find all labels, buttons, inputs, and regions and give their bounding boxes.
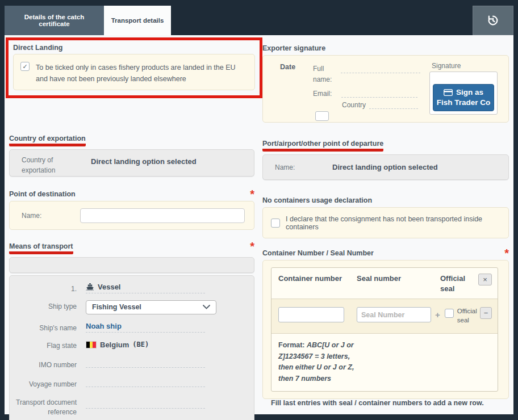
imo-number-label: IMO number — [10, 359, 77, 370]
close-icon: × — [483, 275, 487, 284]
email-label: Email: — [313, 90, 332, 98]
required-asterisk: * — [250, 190, 254, 198]
left-column: Direct Landing ✓ To be ticked only in ca… — [9, 37, 254, 414]
credit-card-icon — [444, 89, 453, 96]
vessel-details-panel: 1. Vessel — [9, 275, 254, 420]
transport-type-bar — [9, 257, 254, 273]
vessel-label: Vessel — [98, 283, 121, 291]
official-seal-checkbox-label: Official seal — [457, 307, 480, 325]
transport-document-label: Transport document reference — [10, 396, 77, 417]
ship-icon — [86, 283, 94, 291]
container-seal-section: Container Number / Seal Number * Contain… — [262, 249, 509, 399]
port-name-label: Name: — [275, 163, 332, 171]
required-asterisk: * — [250, 242, 254, 250]
port-of-departure-section: Port/airport/other point of departure Na… — [262, 140, 509, 180]
full-name-field[interactable] — [341, 65, 420, 73]
sign-as-button[interactable]: Sign as Fish Trader Co — [433, 84, 494, 111]
seal-number-column-header: Seal number — [357, 274, 440, 294]
container-seal-input-row: + Official seal − — [271, 299, 498, 334]
country-field[interactable] — [369, 102, 418, 109]
tab-catch-certificate-details[interactable]: Details of the catch certificate — [5, 6, 104, 35]
direct-landing-checkbox[interactable]: ✓ — [20, 62, 30, 71]
container-seal-table: Container number Seal number Official se… — [271, 267, 498, 392]
close-table-button[interactable]: × — [478, 274, 492, 285]
imo-number-field[interactable] — [86, 359, 205, 368]
sign-button-line1: Sign as — [456, 87, 483, 98]
vessel-index: 1. — [10, 283, 77, 294]
signature-box: Sign as Fish Trader Co — [429, 72, 498, 115]
no-containers-checkbox[interactable] — [271, 219, 280, 228]
destination-name-input[interactable] — [80, 208, 245, 223]
direct-landing-checkbox-label: To be ticked only in cases fishery produ… — [36, 62, 248, 82]
remove-row-button[interactable]: − — [480, 307, 492, 319]
country-of-exportation-title: Country of exportation — [9, 135, 254, 146]
direct-landing-panel: ✓ To be ticked only in cases fishery pro… — [13, 54, 255, 90]
no-containers-panel: I declare that the consignment has not b… — [262, 207, 509, 238]
add-seal-plus-icon[interactable]: + — [435, 310, 440, 320]
voyage-number-field[interactable] — [86, 378, 205, 387]
country-of-exportation-section: Country of exportation Country of export… — [9, 135, 254, 177]
container-seal-title: Container Number / Seal Number — [262, 249, 374, 257]
no-containers-section: No containers usage declaration I declar… — [262, 196, 509, 238]
chevron-down-icon — [203, 305, 210, 309]
container-seal-header-row: Container number Seal number Official se… — [271, 268, 498, 299]
date-field[interactable] — [315, 111, 329, 121]
no-containers-title: No containers usage declaration — [262, 196, 509, 204]
transport-document-field[interactable] — [86, 400, 205, 409]
exporter-signature-section: Exporter signature Date Full name: Email… — [262, 44, 509, 123]
direct-landing-annotation-box: Direct Landing ✓ To be ticked only in ca… — [6, 37, 262, 98]
exporter-signature-title: Exporter signature — [262, 44, 509, 52]
official-seal-column-header: Official seal — [440, 274, 477, 294]
field-underline — [86, 293, 205, 293]
voyage-number-label: Voyage number — [10, 378, 77, 389]
container-format-note: Format: ABC[U or J or Z]1234567 = 3 lett… — [271, 334, 498, 391]
add-row-hint: Fill last entries with seal / container … — [271, 399, 500, 407]
country-of-exportation-label: Country of exportation — [22, 155, 76, 176]
port-of-departure-panel: Name: Direct landing option selected — [262, 154, 509, 180]
ship-type-value: Fishing Vessel — [92, 303, 141, 311]
belgium-flag-icon — [86, 341, 97, 348]
port-name-value: Direct landing option selected — [332, 163, 438, 171]
point-of-destination-section: Point of destination * Name: — [9, 190, 254, 230]
point-of-destination-panel: Name: — [9, 201, 254, 230]
ship-type-select[interactable]: Fishing Vessel — [86, 300, 216, 314]
country-of-exportation-title-text: Country of exportation — [9, 135, 86, 146]
country-of-exportation-value: Direct landing option selected — [91, 155, 197, 176]
official-seal-checkbox[interactable] — [445, 309, 454, 318]
required-asterisk: * — [504, 249, 509, 257]
field-underline — [86, 332, 205, 333]
flag-country-code: (BE) — [132, 341, 149, 348]
right-column: Exporter signature Date Full name: Email… — [262, 37, 509, 414]
country-of-exportation-panel: Country of exportation Direct landing op… — [9, 149, 254, 177]
destination-name-label: Name: — [22, 212, 76, 220]
means-of-transport-section: Means of transport * 1. — [9, 242, 254, 420]
direct-landing-title: Direct Landing — [13, 44, 255, 52]
history-icon — [487, 14, 499, 27]
sign-button-line2: Fish Trader Co — [437, 98, 491, 108]
transport-details-page: Details of the catch certificate Transpo… — [0, 0, 518, 420]
tab-transport-details[interactable]: Transport details — [104, 6, 171, 35]
exporter-signature-panel: Date Full name: Email: Country Signature — [262, 55, 509, 123]
ship-type-label: Ship type — [10, 300, 77, 314]
flag-state-label: Flag state — [10, 339, 77, 351]
point-of-destination-title: Point of destination — [9, 190, 76, 198]
means-of-transport-title: Means of transport — [9, 242, 73, 254]
port-of-departure-title: Port/airport/other point of departure — [262, 140, 509, 152]
minus-icon: − — [484, 309, 488, 317]
full-name-label: Full name: — [313, 64, 339, 85]
email-field[interactable] — [341, 90, 417, 98]
tab-bar: Details of the catch certificate Transpo… — [5, 5, 513, 35]
country-label: Country — [342, 101, 366, 109]
form-content: Direct Landing ✓ To be ticked only in ca… — [5, 35, 513, 414]
ship-name-label: Ship's name — [10, 322, 77, 333]
container-number-input[interactable] — [278, 307, 344, 322]
seal-number-input[interactable] — [357, 307, 431, 322]
no-containers-checkbox-label: I declare that the consignment has not b… — [286, 215, 500, 231]
history-button[interactable] — [473, 6, 513, 35]
vessel-type-field[interactable]: Vessel — [86, 283, 216, 293]
format-prefix: Format: — [278, 341, 305, 349]
date-label: Date — [280, 63, 295, 71]
ship-name-value[interactable]: Noah ship — [86, 322, 216, 332]
container-seal-panel: Container number Seal number Official se… — [262, 260, 509, 399]
flag-country-value: Belgium — [100, 341, 129, 349]
